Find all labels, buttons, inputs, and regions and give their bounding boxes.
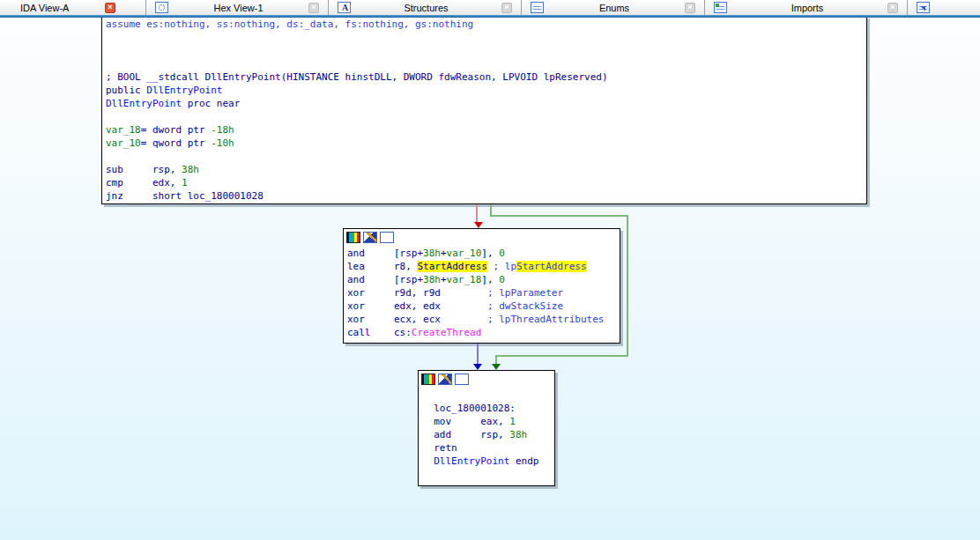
close-tab-icon[interactable]: × xyxy=(501,3,512,13)
tab-structures[interactable]: Structures × xyxy=(329,0,522,15)
code-line[interactable] xyxy=(102,31,866,44)
node-toolbar xyxy=(344,229,620,247)
code-line[interactable]: DllEntryPoint endp xyxy=(419,455,554,468)
tab-label: IDA View-A xyxy=(9,3,101,13)
code-line[interactable]: add rsp, 38h xyxy=(419,428,554,441)
node-group-icon[interactable] xyxy=(380,232,394,243)
exports-icon xyxy=(917,2,930,13)
node-group-icon[interactable] xyxy=(455,374,469,385)
node-toolbar xyxy=(419,371,554,388)
tab-label: Imports xyxy=(731,3,884,13)
code-line[interactable] xyxy=(102,110,866,123)
code-line[interactable]: xor r9d, r9d ; lpParameter xyxy=(344,286,620,300)
code-line[interactable]: xor edx, edx ; dwStackSize xyxy=(344,300,620,313)
code-line[interactable]: and [rsp+38h+var_10], 0 xyxy=(344,247,620,260)
tab-label: Hex View-1 xyxy=(172,3,305,13)
edge-true-branch xyxy=(495,355,628,357)
code-line[interactable]: assume es:nothing, ss:nothing, ds:_data,… xyxy=(102,18,866,31)
tab-exports[interactable] xyxy=(908,0,980,15)
code-line[interactable]: mov eax, 1 xyxy=(419,415,554,428)
code-line[interactable]: jnz short loc_180001028 xyxy=(102,189,866,203)
graph-view[interactable]: assume es:nothing, ss:nothing, ds:_data,… xyxy=(0,18,980,540)
edge-true-branch xyxy=(490,215,628,217)
close-tab-icon[interactable]: × xyxy=(308,3,319,13)
structures-icon xyxy=(338,2,351,13)
code-line[interactable]: call cs:CreateThread xyxy=(344,326,620,339)
code-line[interactable] xyxy=(102,150,866,163)
enums-icon xyxy=(531,2,544,13)
edge-true-branch-arrowhead xyxy=(492,364,501,370)
tab-label: Enums xyxy=(547,3,681,13)
imports-icon xyxy=(714,2,727,13)
node-edit-icon[interactable] xyxy=(438,374,452,385)
node-color-icon[interactable] xyxy=(346,232,360,243)
edge-fallthrough xyxy=(477,344,479,365)
code-line[interactable]: var_18= dword ptr -18h xyxy=(102,123,866,137)
tab-label: Structures xyxy=(354,3,498,13)
edge-false-branch xyxy=(476,204,478,223)
code-line[interactable]: ; BOOL __stdcall DllEntryPoint(HINSTANCE… xyxy=(102,70,866,84)
node-edit-icon[interactable] xyxy=(363,232,377,243)
close-tab-icon[interactable]: × xyxy=(887,3,898,13)
tab-ida-view-a[interactable]: IDA View-A × xyxy=(0,0,146,15)
code-line[interactable]: lea r8, StartAddress ; lpStartAddress xyxy=(344,260,620,273)
tab-enums[interactable]: Enums × xyxy=(522,0,705,15)
code-line[interactable]: retn xyxy=(419,441,554,455)
code-line[interactable]: cmp edx, 1 xyxy=(102,176,866,189)
code-line[interactable]: public DllEntryPoint xyxy=(102,84,866,97)
close-tab-icon[interactable]: × xyxy=(105,3,115,13)
code-line[interactable] xyxy=(102,57,866,70)
tab-hex-view-1[interactable]: Hex View-1 × xyxy=(146,0,329,15)
code-line[interactable]: sub rsp, 38h xyxy=(102,163,866,176)
basic-block-create-thread[interactable]: and [rsp+38h+var_10], 0lea r8, StartAddr… xyxy=(343,228,620,344)
basic-block-entry[interactable]: assume es:nothing, ss:nothing, ds:_data,… xyxy=(101,18,867,204)
tab-imports[interactable]: Imports × xyxy=(705,0,908,15)
basic-block-return[interactable]: loc_180001028: mov eax, 1 add rsp, 38h r… xyxy=(418,370,555,486)
code-line[interactable]: xor ecx, ecx ; lpThreadAttributes xyxy=(344,313,620,326)
code-line[interactable]: loc_180001028: xyxy=(419,402,554,415)
hex-view-icon xyxy=(155,2,168,13)
code-line[interactable]: DllEntryPoint proc near xyxy=(102,97,866,110)
code-line[interactable] xyxy=(102,44,866,57)
edge-fallthrough-arrowhead xyxy=(473,364,482,370)
node-color-icon[interactable] xyxy=(421,374,435,385)
tab-bar: IDA View-A × Hex View-1 × Structures × E… xyxy=(0,0,980,15)
code-line[interactable]: var_10= qword ptr -10h xyxy=(102,137,866,150)
edge-true-branch xyxy=(627,215,628,357)
edge-false-branch-arrowhead xyxy=(474,222,483,228)
close-tab-icon[interactable]: × xyxy=(685,3,695,13)
code-line[interactable] xyxy=(419,388,554,402)
code-line[interactable] xyxy=(419,468,554,481)
code-line[interactable]: and [rsp+38h+var_18], 0 xyxy=(344,273,620,286)
